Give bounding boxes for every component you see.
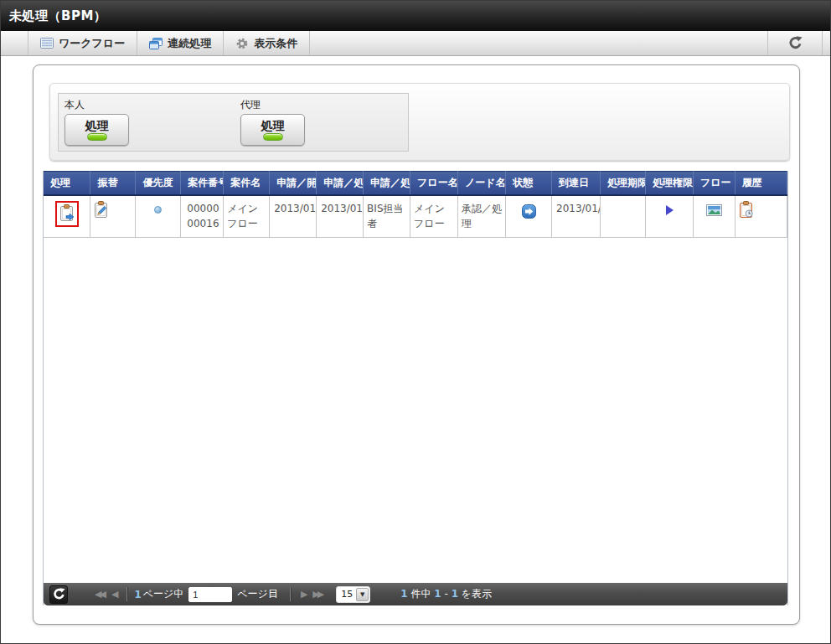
pages-unit-label: ページ中 bbox=[143, 587, 184, 601]
history-cell bbox=[735, 195, 787, 238]
apply-process-cell: 2013/01/2 bbox=[317, 195, 364, 238]
history-clipboard-clock-icon[interactable] bbox=[739, 201, 783, 219]
page-title: 未処理（BPM） bbox=[9, 8, 106, 24]
case-number-cell[interactable]: 0000000016 bbox=[181, 195, 224, 238]
status-cell bbox=[506, 195, 552, 238]
self-process-button[interactable]: 処理 bbox=[65, 114, 129, 146]
page-unit-label: ページ目 bbox=[237, 587, 278, 601]
display-conditions-button-label: 表示条件 bbox=[254, 36, 297, 51]
flow-image-icon[interactable] bbox=[706, 204, 722, 216]
col-deadline[interactable]: 処理期限日 bbox=[601, 172, 646, 195]
col-apply-process[interactable]: 申請／処理 bbox=[317, 172, 364, 195]
divider bbox=[126, 587, 127, 601]
col-case-name[interactable]: 案件名 bbox=[224, 172, 270, 195]
first-page-button[interactable]: ◀◀ bbox=[95, 589, 104, 600]
pagination-refresh-button[interactable] bbox=[49, 585, 68, 604]
highlight-red-box bbox=[55, 201, 79, 227]
transfer-clipboard-edit-icon[interactable] bbox=[94, 201, 132, 219]
record-total: 1 bbox=[400, 588, 407, 600]
divider bbox=[290, 587, 291, 601]
col-apply-start[interactable]: 申請／開始 bbox=[270, 172, 317, 195]
green-indicator-icon bbox=[87, 133, 107, 141]
case-name-cell: メインフロー bbox=[224, 195, 270, 238]
proxy-label: 代理 bbox=[240, 98, 305, 112]
continuous-process-button[interactable]: 連続処理 bbox=[137, 31, 224, 55]
deadline-cell bbox=[601, 195, 646, 238]
flow-name-cell: メインフロー bbox=[410, 195, 458, 238]
toolbar-refresh-button[interactable] bbox=[767, 31, 823, 55]
workflow-button[interactable]: ワークフロー bbox=[28, 31, 137, 55]
process-cell bbox=[44, 195, 90, 238]
process-group-box: 本人 処理 代理 処理 bbox=[58, 93, 409, 152]
col-history[interactable]: 履歴 bbox=[735, 172, 787, 195]
display-conditions-button[interactable]: 表示条件 bbox=[223, 31, 310, 55]
col-node-name[interactable]: ノード名 bbox=[458, 172, 506, 195]
task-table: 処理 振替 優先度 案件番号 案件名 申請／開始 申請／処理 申請／処理 フロー… bbox=[44, 171, 787, 238]
col-flow-name[interactable]: フロー名 bbox=[410, 172, 458, 195]
toolbar: ワークフロー 連続処理 表示条件 bbox=[1, 31, 830, 56]
record-dash: - bbox=[444, 588, 447, 600]
pagination-bar: ◀◀ ◀ 1 ページ中 ページ目 ▶ ▶▶ 15 ▼ 1 件中 1 - bbox=[44, 583, 787, 605]
page-size-select[interactable]: 15 ▼ bbox=[336, 586, 370, 603]
status-arrow-icon bbox=[522, 204, 536, 219]
arrival-date-cell: 2013/01/2 bbox=[552, 195, 601, 238]
self-label: 本人 bbox=[65, 98, 129, 112]
col-authority[interactable]: 処理権限 bbox=[645, 172, 693, 195]
transfer-cell bbox=[90, 195, 136, 238]
record-total-unit: 件中 bbox=[410, 588, 431, 600]
content-container: 本人 処理 代理 処理 bbox=[33, 64, 800, 625]
col-arrival-date[interactable]: 到達日 bbox=[552, 172, 601, 195]
apply-start-cell: 2013/01/2 bbox=[270, 195, 317, 238]
proxy-process-button-label: 処理 bbox=[261, 120, 285, 131]
applicant-cell: BIS担当者 bbox=[364, 195, 410, 238]
continuous-process-button-label: 連続処理 bbox=[168, 36, 211, 51]
process-clipboard-arrow-icon[interactable] bbox=[59, 204, 75, 224]
priority-cell bbox=[136, 195, 181, 238]
self-process-button-label: 処理 bbox=[85, 120, 109, 131]
record-suffix: を表示 bbox=[462, 588, 492, 600]
green-indicator-icon bbox=[263, 133, 283, 141]
page-number-input[interactable] bbox=[188, 587, 232, 602]
col-apply-processor[interactable]: 申請／処理 bbox=[364, 172, 410, 195]
priority-dot-icon bbox=[154, 206, 162, 214]
chevron-down-icon: ▼ bbox=[356, 588, 369, 601]
proxy-process-button[interactable]: 処理 bbox=[240, 114, 305, 146]
node-name-cell: 承認／処理 bbox=[458, 195, 506, 238]
authority-cell bbox=[645, 195, 693, 238]
col-flow[interactable]: フロー bbox=[693, 172, 735, 195]
col-case-number[interactable]: 案件番号 bbox=[181, 172, 224, 195]
proxy-process-group: 代理 処理 bbox=[240, 98, 305, 146]
title-bar: 未処理（BPM） bbox=[1, 1, 830, 31]
page-size-value: 15 bbox=[337, 589, 356, 600]
table-header-row: 処理 振替 優先度 案件番号 案件名 申請／開始 申請／処理 申請／処理 フロー… bbox=[44, 172, 787, 195]
record-info: 1 件中 1 - 1 を表示 bbox=[400, 587, 492, 601]
col-priority[interactable]: 優先度 bbox=[136, 172, 181, 195]
total-pages-value: 1 bbox=[134, 589, 141, 600]
table-row: 0000000016 メインフロー 2013/01/2 2013/01/2 BI… bbox=[44, 195, 787, 238]
last-page-button[interactable]: ▶▶ bbox=[312, 589, 322, 600]
prev-page-button[interactable]: ◀ bbox=[111, 589, 116, 600]
self-process-group: 本人 処理 bbox=[65, 98, 129, 146]
col-process[interactable]: 処理 bbox=[44, 172, 90, 195]
task-list-container: 処理 振替 優先度 案件番号 案件名 申請／開始 申請／処理 申請／処理 フロー… bbox=[43, 171, 788, 605]
record-to: 1 bbox=[452, 588, 458, 600]
windows-icon bbox=[149, 38, 163, 49]
refresh-icon bbox=[53, 588, 65, 600]
app-window: 未処理（BPM） ワークフロー 連続処理 表示条件 bbox=[0, 0, 831, 644]
action-panel: 本人 処理 代理 処理 bbox=[49, 83, 790, 161]
gear-icon bbox=[235, 37, 249, 50]
authority-play-icon bbox=[664, 204, 674, 216]
workflow-list-icon bbox=[40, 38, 54, 49]
refresh-icon bbox=[788, 36, 803, 50]
record-from: 1 bbox=[434, 588, 441, 600]
col-transfer[interactable]: 振替 bbox=[90, 172, 136, 195]
next-page-button[interactable]: ▶ bbox=[301, 589, 305, 600]
col-status[interactable]: 状態 bbox=[506, 172, 552, 195]
workflow-button-label: ワークフロー bbox=[59, 36, 125, 51]
flow-cell bbox=[693, 195, 735, 238]
